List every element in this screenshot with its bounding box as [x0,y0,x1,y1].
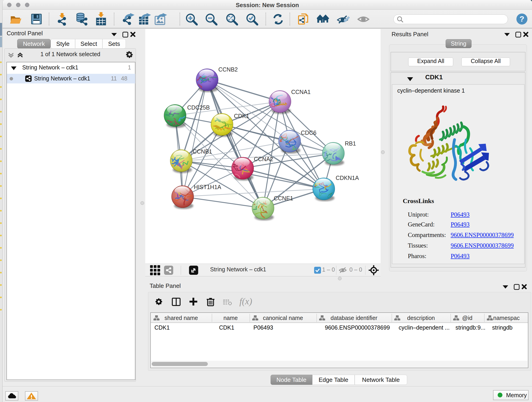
svg-text:CCNA1: CCNA1 [291,89,311,95]
svg-text:CCNB1: CCNB1 [193,148,212,155]
svg-text:CCNA2: CCNA2 [254,156,273,162]
svg-text:HIST1H1A: HIST1H1A [194,184,221,190]
svg-text:CDKN1A: CDKN1A [336,175,359,181]
svg-text:CCNB2: CCNB2 [218,66,238,73]
svg-text:?: ? [520,14,525,23]
svg-text:RB1: RB1 [345,140,356,147]
svg-text:CDC6: CDC6 [301,129,317,136]
svg-text:CDC25B: CDC25B [187,104,210,111]
svg-text:CCNE1: CCNE1 [274,195,293,201]
svg-text:CDK1: CDK1 [234,113,249,119]
